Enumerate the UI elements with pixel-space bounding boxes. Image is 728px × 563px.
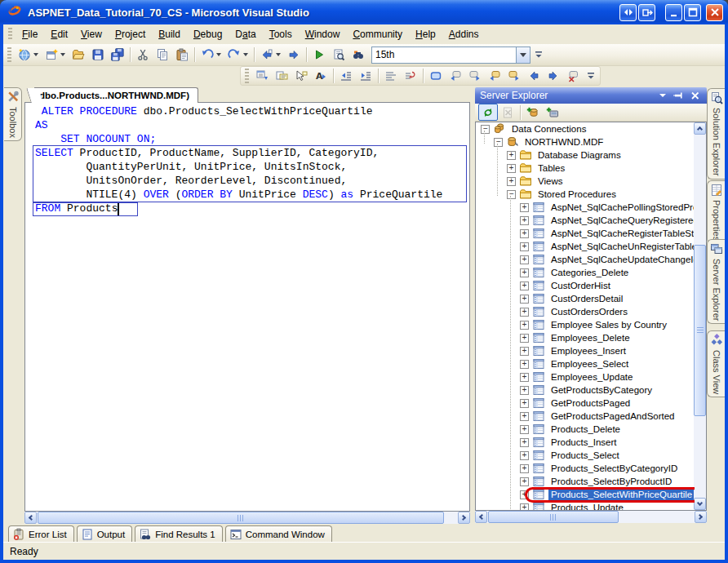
dock-arrows-button[interactable] [619,4,637,21]
tree-item-label[interactable]: AspNet_SqlCacheUpdateChangeIdStoredProce… [548,254,695,265]
expand-icon[interactable]: + [520,373,529,382]
expand-icon[interactable]: + [507,151,516,160]
tree-item-employees-delete[interactable]: +Employees_Delete [476,331,695,344]
redo-icon[interactable] [224,47,251,64]
expand-icon[interactable]: + [520,308,529,317]
tree-item-label[interactable]: Categories_Delete [548,267,631,278]
comment-lines-icon[interactable] [381,68,401,85]
display-word-completion-icon[interactable]: A [311,68,331,85]
close-x-icon[interactable] [689,90,702,102]
tree-item-label[interactable]: Views [535,175,565,187]
previous-bookmark-icon[interactable] [446,68,465,85]
increase-indent-icon[interactable] [356,68,375,85]
tree-item-label[interactable]: Employees_Update [548,371,635,383]
tree-vertical-scrollbar[interactable] [694,122,706,510]
collapse-icon[interactable]: − [494,138,503,147]
chevron-down-icon[interactable] [656,90,669,102]
toolbar-grip[interactable] [7,47,11,62]
scroll-left-icon[interactable] [24,512,37,524]
tree-item-label[interactable]: NORTHWND.MDF [522,136,606,148]
tree-item-aspnet-sqlcacheupdatechangeidstoredprocedure[interactable]: +AspNet_SqlCacheUpdateChangeIdStoredProc… [476,253,695,266]
expand-icon[interactable]: + [520,321,529,330]
tree-item-employees-select[interactable]: +Employees_Select [476,357,695,370]
tree-item-data-connections[interactable]: −Data Connections [476,122,695,135]
tree-item-stored-procedures[interactable]: −Stored Procedures [476,188,695,201]
menubar-grip[interactable] [8,28,12,41]
undock-button[interactable] [638,4,655,21]
tree-item-custorderhist[interactable]: +CustOrderHist [476,279,695,292]
scroll-down-icon[interactable] [694,498,706,510]
pin-icon[interactable] [673,90,686,102]
tree-item-label[interactable]: CustOrdersDetail [548,293,625,304]
menu-view[interactable]: View [74,26,109,42]
find-combo-dropdown-icon[interactable] [516,47,530,63]
tree-item-employees-update[interactable]: +Employees_Update [476,370,695,383]
expand-icon[interactable]: + [520,451,529,460]
maximize-button[interactable] [684,4,701,21]
scroll-right-icon[interactable] [458,512,470,524]
expand-icon[interactable]: + [520,295,529,304]
tree-item-label[interactable]: Products_Delete [548,423,623,435]
menu-addins[interactable]: Addins [442,26,486,42]
tree-item-label[interactable]: Products_Insert [548,437,619,448]
navigate-backward-icon[interactable] [257,47,284,64]
decrease-indent-icon[interactable] [336,68,356,85]
close-button[interactable] [706,4,723,21]
save-all-icon[interactable] [108,47,127,64]
tree-item-label[interactable]: Database Diagrams [535,149,624,161]
expand-icon[interactable]: + [520,216,529,225]
menu-help[interactable]: Help [409,26,442,42]
tree-item-label[interactable]: GetProductsPaged [548,397,633,409]
menu-window[interactable]: Window [299,26,347,42]
side-tab-solution-explorer[interactable]: Solution Explorer [707,88,725,180]
new-website-icon[interactable] [15,47,42,64]
tree-item-getproductspagedandsorted[interactable]: +GetProductsPagedAndSorted [476,410,695,423]
expand-icon[interactable]: + [520,203,529,212]
menu-tools[interactable]: Tools [263,26,299,42]
previous-bookmark-in-document-icon[interactable] [524,68,544,85]
next-bookmark-in-document-icon[interactable] [544,68,563,85]
tree-item-products-selectbyproductid[interactable]: +Products_SelectByProductID [476,475,695,488]
tree-item-label[interactable]: Stored Procedures [535,188,619,200]
tree-item-database-diagrams[interactable]: +Database Diagrams [476,149,695,162]
tree-item-label[interactable]: GetProductsByCategory [548,384,655,396]
document-tab[interactable]: dbo.Products...NORTHWND.MDF) [34,87,198,103]
expand-icon[interactable]: + [520,477,529,486]
save-icon[interactable] [88,47,108,64]
scrollbar-thumb[interactable] [38,512,444,524]
display-quick-info-icon[interactable] [291,68,311,85]
tree-item-label[interactable]: Products_SelectWithPriceQuartile [548,489,695,500]
expand-icon[interactable]: + [520,360,529,369]
expand-icon[interactable]: + [520,334,529,343]
navigate-forward-icon[interactable] [284,47,304,64]
tree-item-label[interactable]: Employees_Delete [548,332,633,344]
menu-debug[interactable]: Debug [187,26,229,42]
tree-item-label[interactable]: Tables [535,162,567,174]
expand-icon[interactable]: + [520,386,529,395]
tree-item-products-insert[interactable]: +Products_Insert [476,436,695,449]
tab-command-window[interactable]: Command Window [225,525,332,542]
tree-item-label[interactable]: Employee Sales by Country [548,319,669,330]
tree-item-products-selectbycategoryid[interactable]: +Products_SelectByCategoryID [476,462,695,475]
tree-item-label[interactable]: Products_SelectByProductID [548,476,674,487]
menu-community[interactable]: Community [346,26,409,42]
expand-icon[interactable]: + [520,255,529,264]
paste-icon[interactable] [172,47,192,64]
expand-icon[interactable]: + [520,229,529,238]
scroll-up-icon[interactable] [694,122,706,135]
open-file-icon[interactable] [69,47,88,64]
expand-icon[interactable]: + [520,425,529,434]
expand-icon[interactable]: + [520,282,529,290]
collapse-icon[interactable]: − [507,190,516,199]
minimize-button[interactable] [665,4,682,21]
tree-item-label[interactable]: AspNet_SqlCacheQueryRegisteredTablesStor… [548,215,695,226]
menu-build[interactable]: Build [152,26,187,42]
refresh-icon[interactable] [478,104,498,121]
tree-item-label[interactable]: Employees_Insert [548,345,628,357]
add-new-item-icon[interactable] [42,47,69,64]
tree-item-getproductspaged[interactable]: +GetProductsPaged [476,397,695,410]
cut-icon[interactable] [133,47,153,64]
tree-item-aspnet-sqlcacheunregistertablestoredprocedure[interactable]: +AspNet_SqlCacheUnRegisterTableStoredPro… [476,240,695,253]
side-tab-properties[interactable]: Properties [707,180,725,244]
menu-project[interactable]: Project [109,26,152,42]
